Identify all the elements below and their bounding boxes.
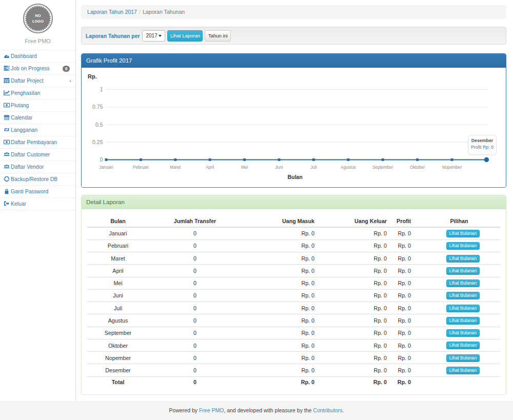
svg-text:Maret: Maret <box>170 165 181 170</box>
svg-text:Juli: Juli <box>310 165 317 170</box>
svg-text:NO: NO <box>35 13 41 18</box>
svg-text:Oktober: Oktober <box>410 165 425 170</box>
svg-text:Rp.: Rp. <box>88 73 97 79</box>
svg-text:Pebruari: Pebruari <box>133 165 149 170</box>
svg-text:Bulan: Bulan <box>287 174 302 180</box>
svg-text:0.5: 0.5 <box>95 122 103 128</box>
svg-text:Agustus: Agustus <box>341 165 356 170</box>
svg-text:0.25: 0.25 <box>92 139 103 145</box>
svg-text:Nopember: Nopember <box>442 165 462 170</box>
svg-text:0: 0 <box>100 156 103 163</box>
svg-text:April: April <box>206 165 214 170</box>
svg-text:Juni: Juni <box>275 165 283 170</box>
svg-text:1: 1 <box>100 86 103 92</box>
svg-text:0.75: 0.75 <box>92 104 103 110</box>
svg-text:LOGO: LOGO <box>32 19 43 24</box>
svg-text:September: September <box>372 165 393 170</box>
svg-text:Januari: Januari <box>100 165 113 170</box>
svg-text:Mei: Mei <box>241 165 248 170</box>
